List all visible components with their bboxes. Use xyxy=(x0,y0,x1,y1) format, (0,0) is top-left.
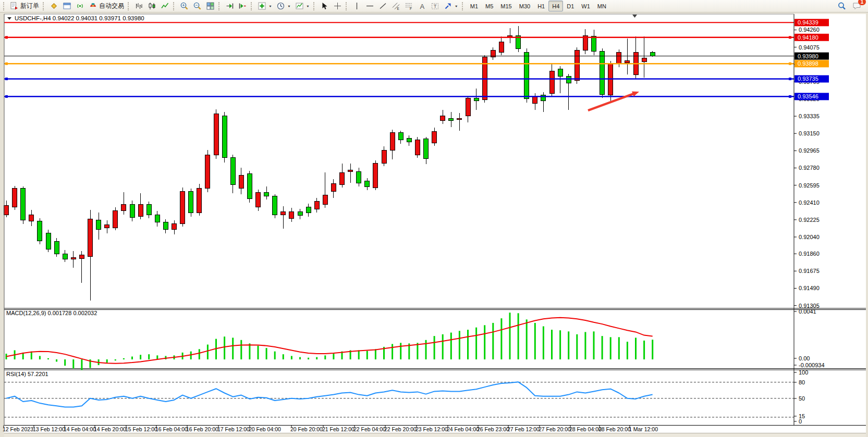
toolbar-grip[interactable] xyxy=(218,2,221,10)
fibonacci-button[interactable]: F xyxy=(402,0,415,12)
candle-bull[interactable] xyxy=(214,114,218,155)
candle-bear[interactable] xyxy=(298,212,302,216)
candle-bull[interactable] xyxy=(105,225,109,228)
candle-bull[interactable] xyxy=(331,184,336,191)
line-handle[interactable] xyxy=(789,95,791,98)
text-label-button[interactable]: T xyxy=(429,0,442,12)
candle-bull[interactable] xyxy=(113,211,118,228)
candle-bull[interactable] xyxy=(29,215,34,221)
trendline-button[interactable] xyxy=(376,0,389,12)
candle-bear[interactable] xyxy=(600,52,605,94)
candle-bull[interactable] xyxy=(180,191,185,224)
indicators-button[interactable]: ▼ xyxy=(255,0,274,12)
candle-bear[interactable] xyxy=(357,172,361,183)
candle-bull[interactable] xyxy=(314,202,319,209)
candle-bull[interactable] xyxy=(642,58,646,61)
line-handle[interactable] xyxy=(5,78,8,80)
auto-trading-button[interactable]: 自动交易 xyxy=(87,0,126,12)
candle-bull[interactable] xyxy=(281,212,286,215)
candle-bull[interactable] xyxy=(432,132,437,143)
usdchf-chart[interactable]: 0.942600.940750.938900.937050.935200.933… xyxy=(0,13,868,437)
candle-bull[interactable] xyxy=(457,119,462,120)
candle-bear[interactable] xyxy=(566,77,571,83)
equidistant-channel-button[interactable]: E xyxy=(389,0,402,12)
candle-bull[interactable] xyxy=(617,52,621,63)
candle-bull[interactable] xyxy=(121,204,126,211)
candle-bull[interactable] xyxy=(574,51,579,80)
toolbar-grip[interactable] xyxy=(462,2,464,10)
candle-bear[interactable] xyxy=(264,192,269,196)
periods-button[interactable]: ▼ xyxy=(274,0,293,12)
candle-bull[interactable] xyxy=(348,170,353,172)
dropdown-caret-icon[interactable]: ▼ xyxy=(455,5,458,8)
candle-bear[interactable] xyxy=(230,158,235,185)
candle-bear[interactable] xyxy=(63,254,67,259)
candle-bull[interactable] xyxy=(13,189,17,207)
candle-bull[interactable] xyxy=(382,150,386,163)
toolbar-grip[interactable] xyxy=(173,2,175,10)
candle-bull[interactable] xyxy=(415,140,420,155)
candle-bear[interactable] xyxy=(21,189,26,220)
search-button[interactable] xyxy=(835,0,848,12)
candle-bull[interactable] xyxy=(4,205,9,215)
timeframe-mn[interactable]: MN xyxy=(594,1,610,11)
candle-bear[interactable] xyxy=(592,36,596,52)
vertical-line-button[interactable] xyxy=(350,0,363,12)
candle-bear[interactable] xyxy=(247,173,252,198)
line-handle[interactable] xyxy=(789,63,791,65)
candle-bull[interactable] xyxy=(172,224,177,230)
candle-bull[interactable] xyxy=(533,96,537,104)
candle-bull[interactable] xyxy=(79,255,84,258)
chart-title[interactable]: USDCHF-,H4 0.94022 0.94031 0.93971 0.939… xyxy=(7,15,144,21)
timeframe-m1[interactable]: M1 xyxy=(467,1,482,11)
bar-chart-button[interactable] xyxy=(132,0,145,12)
toolbar-grip[interactable] xyxy=(3,2,5,10)
notifications-button[interactable]: 1 xyxy=(850,0,863,12)
line-handle[interactable] xyxy=(5,95,8,98)
new-order-button[interactable]: 新订单 xyxy=(8,0,41,12)
line-handle[interactable] xyxy=(789,78,791,80)
candle-bear[interactable] xyxy=(146,204,151,215)
crosshair-button[interactable] xyxy=(331,0,344,12)
candle-bull[interactable] xyxy=(390,132,395,150)
candle-bear[interactable] xyxy=(407,138,411,142)
candlestick-chart-button[interactable] xyxy=(145,0,158,12)
line-handle[interactable] xyxy=(5,36,8,39)
zoom-out-button[interactable] xyxy=(191,0,204,12)
candle-bull[interactable] xyxy=(197,189,202,213)
cursor-button[interactable] xyxy=(318,0,331,12)
toolbar-grip[interactable] xyxy=(313,2,315,10)
dropdown-caret-icon[interactable]: ▼ xyxy=(268,5,272,8)
candle-bull[interactable] xyxy=(88,219,93,257)
candle-bear[interactable] xyxy=(130,204,135,217)
candle-bear[interactable] xyxy=(449,119,454,121)
candle-bull[interactable] xyxy=(373,164,378,188)
candle-bear[interactable] xyxy=(163,222,168,229)
line-handle[interactable] xyxy=(5,63,8,65)
horizontal-line-button[interactable] xyxy=(363,0,376,12)
candle-bear[interactable] xyxy=(650,52,655,56)
timeframe-m5[interactable]: M5 xyxy=(482,1,497,11)
candle-bear[interactable] xyxy=(474,98,479,101)
toolbar-grip[interactable] xyxy=(43,2,45,10)
candle-bull[interactable] xyxy=(441,116,445,120)
candle-bear[interactable] xyxy=(222,116,227,158)
candle-bull[interactable] xyxy=(499,42,504,53)
tile-windows-button[interactable] xyxy=(204,0,217,12)
dropdown-caret-icon[interactable]: ▼ xyxy=(287,5,291,8)
candle-bull[interactable] xyxy=(466,98,470,116)
toolbar-grip[interactable] xyxy=(346,2,348,10)
candle-bear[interactable] xyxy=(38,221,42,241)
candle-bear[interactable] xyxy=(424,139,429,159)
candle-bull[interactable] xyxy=(340,172,345,184)
dropdown-caret-icon[interactable]: ▼ xyxy=(306,5,310,8)
candle-bear[interactable] xyxy=(96,220,101,230)
timeframe-h4[interactable]: H4 xyxy=(548,1,563,11)
timeframe-w1[interactable]: W1 xyxy=(578,1,594,11)
candle-bull[interactable] xyxy=(239,176,243,189)
timeframe-d1[interactable]: D1 xyxy=(563,1,578,11)
candle-bull[interactable] xyxy=(289,212,294,219)
strategy-signal-button[interactable] xyxy=(74,0,87,12)
timeframe-h1[interactable]: H1 xyxy=(534,1,548,11)
auto-scroll-button[interactable] xyxy=(223,0,236,12)
